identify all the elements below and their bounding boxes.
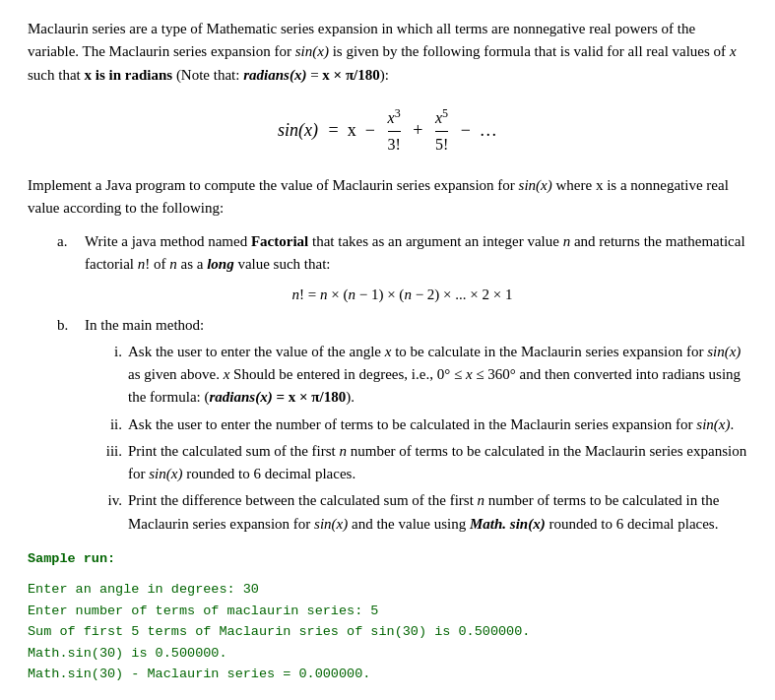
- roman-text-iv: Print the difference between the calcula…: [128, 489, 747, 536]
- sample-run-section: Sample run: Enter an angle in degrees: 3…: [28, 549, 747, 685]
- roman-label-iv: iv.: [97, 489, 122, 536]
- intro-paragraph: Maclaurin series are a type of Mathemati…: [28, 18, 747, 87]
- sample-line-1: Enter an angle in degrees: 30: [28, 579, 747, 601]
- implement-paragraph: Implement a Java program to compute the …: [28, 174, 747, 221]
- roman-label-ii: ii.: [97, 414, 122, 436]
- roman-label-iii: iii.: [97, 440, 122, 486]
- item-b-label: b.: [57, 314, 77, 337]
- roman-item-iii: iii. Print the calculated sum of the fir…: [97, 440, 747, 486]
- sample-line-5: Math.sin(30) - Maclaurin series = 0.0000…: [28, 664, 747, 685]
- sample-run-label: Sample run:: [28, 549, 747, 569]
- roman-text-iii: Print the calculated sum of the first n …: [128, 440, 747, 486]
- sample-line-4: Math.sin(30) is 0.500000.: [28, 643, 747, 665]
- roman-items-list: i. Ask the user to enter the value of th…: [97, 341, 747, 536]
- item-a: a. Write a java method named Factorial t…: [57, 230, 747, 306]
- formula-block: sin(x) = x − x3 3! + x5 5! − …: [28, 104, 747, 157]
- sample-run-code: Enter an angle in degrees: 30 Enter numb…: [28, 579, 747, 685]
- roman-text-ii: Ask the user to enter the number of term…: [128, 414, 747, 436]
- item-a-label: a.: [57, 230, 77, 277]
- roman-item-iv: iv. Print the difference between the cal…: [97, 489, 747, 536]
- item-b: b. In the main method: i. Ask the user t…: [57, 314, 747, 536]
- sample-line-3: Sum of first 5 terms of Maclaurin sries …: [28, 621, 747, 643]
- factorial-equation: n! = n × (n − 1) × (n − 2) × ... × 2 × 1: [57, 284, 747, 306]
- roman-item-i: i. Ask the user to enter the value of th…: [97, 341, 747, 410]
- roman-text-i: Ask the user to enter the value of the a…: [128, 341, 747, 410]
- sample-line-2: Enter number of terms of maclaurin serie…: [28, 601, 747, 622]
- item-a-text: Write a java method named Factorial that…: [85, 230, 747, 277]
- roman-item-ii: ii. Ask the user to enter the number of …: [97, 414, 747, 436]
- roman-label-i: i.: [97, 341, 122, 410]
- item-b-text: In the main method:: [85, 314, 204, 337]
